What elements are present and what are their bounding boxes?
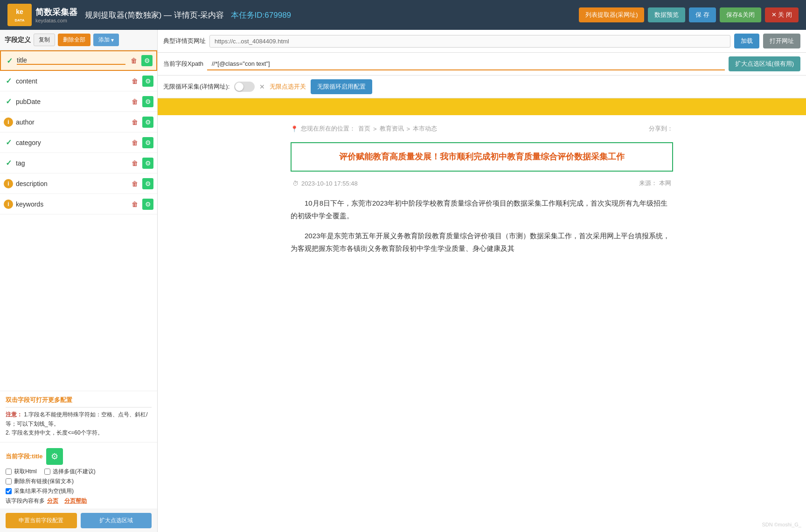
remove-links-checkbox-label[interactable]: 删除所有链接(保留文本) — [6, 477, 74, 485]
field-item-tag[interactable]: ✓ tag 🗑 ⚙ — [0, 153, 157, 173]
get-html-checkbox[interactable] — [6, 469, 12, 475]
settings-field-author-button[interactable]: ⚙ — [142, 117, 153, 128]
field-item-author[interactable]: i author 🗑 ⚙ — [0, 112, 157, 132]
field-info-icon-author: i — [4, 117, 13, 127]
settings-field-title-button[interactable]: ⚙ — [141, 55, 153, 66]
field-actions-pubdate: 🗑 ⚙ — [129, 96, 153, 107]
not-empty-checkbox-label[interactable]: 采集结果不得为空(慎用) — [6, 487, 74, 495]
field-option-row-1: 获取Html 选择多值(不建议) — [6, 468, 152, 476]
location-icon: 📍 — [291, 125, 298, 132]
delete-field-description-button[interactable]: 🗑 — [129, 178, 140, 189]
field-item-keywords[interactable]: i keywords 🗑 ⚙ — [0, 194, 157, 214]
field-check-category: ✓ — [4, 138, 13, 147]
field-actions-author: 🗑 ⚙ — [129, 117, 153, 128]
settings-field-category-button[interactable]: ⚙ — [142, 137, 153, 148]
field-item-description[interactable]: i description 🗑 ⚙ — [0, 173, 157, 194]
get-html-checkbox-label[interactable]: 获取Html — [6, 468, 37, 476]
expand-selection-button[interactable]: 扩大点选区域(很有用) — [729, 56, 800, 71]
logo-sub-text: keydatas.com — [35, 18, 77, 23]
field-item-pubdate[interactable]: ✓ pubDate 🗑 ⚙ — [0, 91, 157, 112]
logo-main-text: 简数采集器 — [35, 7, 77, 18]
settings-field-content-button[interactable]: ⚙ — [142, 76, 153, 87]
logo-text-group: 简数采集器 keydatas.com — [35, 7, 77, 23]
article-title-box: 评价赋能教育高质量发展！我市顺利完成初中教育质量综合评价数据采集工作 — [291, 142, 673, 172]
article-para-1: 10月8日下午，东莞市2023年初中阶段学校教育质量综合评价项目的数据采集工作顺… — [291, 197, 673, 222]
data-preview-button[interactable]: 数据预览 — [648, 7, 685, 22]
watermark: SDN ©moshi_G_ — [762, 522, 801, 527]
field-item-title[interactable]: ✓ 🗑 ⚙ — [0, 50, 157, 71]
page-help-link[interactable]: 分页帮助 — [64, 497, 87, 505]
multi-value-checkbox-label[interactable]: 选择多值(不建议) — [44, 468, 96, 476]
field-name-content: content — [16, 77, 126, 85]
settings-field-pubdate-button[interactable]: ⚙ — [142, 96, 153, 107]
apply-field-button[interactable]: 申置当前字段配置 — [6, 513, 77, 528]
not-empty-checkbox[interactable] — [6, 488, 12, 494]
field-option-row-4: 该字段内容有多 分页 分页帮助 — [6, 497, 152, 505]
close-button[interactable]: ✕ 关 闭 — [765, 7, 799, 22]
loop-config-button[interactable]: 无限循环启用配置 — [311, 79, 372, 94]
load-button[interactable]: 加载 — [734, 34, 759, 48]
xpath-label: 当前字段Xpath — [163, 60, 203, 68]
copy-button[interactable]: 复制 — [34, 34, 55, 46]
field-actions-tag: 🗑 ⚙ — [129, 158, 153, 169]
breadcrumb: 📍 您现在所在的位置： 首页 > 教育资讯 > 本市动态 分享到： — [291, 124, 673, 133]
multi-value-checkbox[interactable] — [44, 469, 50, 475]
settings-field-description-button[interactable]: ⚙ — [142, 178, 153, 189]
settings-field-tag-button[interactable]: ⚙ — [142, 158, 153, 169]
breadcrumb-nav: 📍 您现在所在的位置： 首页 > 教育资讯 > 本市动态 — [291, 124, 437, 133]
save-close-button[interactable]: 保存&关闭 — [720, 7, 761, 22]
field-check-title: ✓ — [5, 56, 14, 65]
expand-click-button[interactable]: 扩大点选区域 — [81, 513, 152, 528]
url-label: 典型详情页网址 — [163, 37, 206, 45]
field-actions-description: 🗑 ⚙ — [129, 178, 153, 189]
loop-toggle[interactable] — [234, 82, 255, 92]
field-item-category[interactable]: ✓ category 🗑 ⚙ — [0, 132, 157, 153]
header: ke DATA 简数采集器 keydatas.com 规则提取器(简数独家) —… — [0, 0, 806, 30]
delete-field-category-button[interactable]: 🗑 — [129, 137, 140, 148]
main-layout: 字段定义 复制 删除全部 添加 ▾ ✓ 🗑 ⚙ ✓ content — [0, 30, 806, 532]
field-check-content: ✓ — [4, 76, 13, 86]
delete-field-pubdate-button[interactable]: 🗑 — [129, 96, 140, 107]
header-buttons: 列表提取器(采网址) 数据预览 保 存 保存&关闭 ✕ 关 闭 — [579, 7, 799, 22]
article-meta: ⏱ 2023-10-10 17:55:48 来源： 本网 — [291, 179, 673, 187]
page-link[interactable]: 分页 — [47, 497, 58, 505]
field-options: 获取Html 选择多值(不建议) 删除所有链接(保留文本) — [6, 468, 152, 505]
open-url-button[interactable]: 打开网址 — [763, 34, 800, 48]
notes-text: 注意： 1.字段名不能使用特殊字符如：空格、点号、斜杠/等；可以下划线_等。 2… — [6, 410, 152, 437]
field-toolbar: 字段定义 复制 删除全部 添加 ▾ — [0, 30, 157, 50]
clock-icon: ⏱ — [292, 180, 299, 187]
field-item-content[interactable]: ✓ content 🗑 ⚙ — [0, 71, 157, 91]
loop-label: 无限循环采集(详情网址): — [163, 83, 229, 91]
list-extractor-button[interactable]: 列表提取器(采网址) — [579, 7, 645, 22]
svg-text:ke: ke — [16, 8, 23, 15]
bottom-buttons: 申置当前字段配置 扩大点选区域 — [0, 509, 157, 532]
url-input[interactable] — [209, 35, 730, 48]
field-name-input-title[interactable] — [17, 56, 125, 65]
delete-all-button[interactable]: 删除全部 — [58, 34, 90, 46]
field-check-pubdate: ✓ — [4, 97, 13, 106]
delete-field-author-button[interactable]: 🗑 — [129, 117, 140, 128]
delete-field-keywords-button[interactable]: 🗑 — [129, 199, 140, 210]
note-label: 注意： — [6, 411, 22, 418]
xpath-input[interactable] — [207, 58, 725, 70]
delete-field-tag-button[interactable]: 🗑 — [129, 158, 140, 169]
url-bar: 典型详情页网址 加载 打开网址 — [158, 30, 806, 53]
field-actions-category: 🗑 ⚙ — [129, 137, 153, 148]
loop-bar: 无限循环采集(详情网址): ✕ 无限点选开关 无限循环启用配置 — [158, 76, 806, 98]
field-actions-keywords: 🗑 ⚙ — [129, 199, 153, 210]
task-id: 本任务ID:679989 — [231, 11, 291, 20]
field-gear-button[interactable]: ⚙ — [46, 448, 63, 465]
save-button[interactable]: 保 存 — [689, 7, 716, 22]
current-field-row: 当前字段:title ⚙ — [6, 448, 152, 465]
field-option-row-2: 删除所有链接(保留文本) — [6, 477, 152, 485]
field-def-label: 字段定义 — [5, 36, 31, 44]
article-source: 来源： 本网 — [639, 179, 671, 187]
loop-toggle-label[interactable]: 无限点选开关 — [270, 83, 306, 91]
settings-field-keywords-button[interactable]: ⚙ — [142, 199, 153, 210]
remove-links-checkbox[interactable] — [6, 478, 12, 484]
add-field-button[interactable]: 添加 ▾ — [93, 34, 119, 46]
current-field-label: 当前字段:title — [6, 452, 42, 461]
delete-field-content-button[interactable]: 🗑 — [129, 76, 140, 87]
field-name-category: category — [16, 139, 126, 146]
delete-field-title-button[interactable]: 🗑 — [128, 55, 139, 66]
